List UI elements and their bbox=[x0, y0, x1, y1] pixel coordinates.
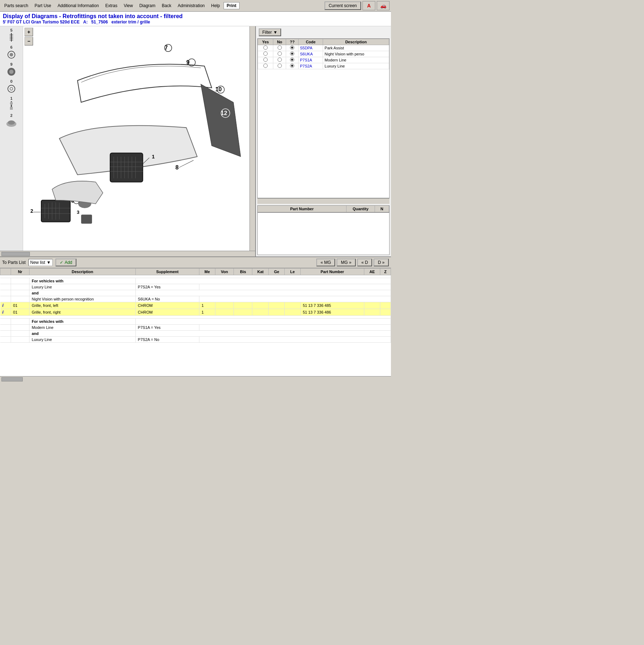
filter-yes-3[interactable] bbox=[258, 63, 273, 69]
menu-extras[interactable]: Extras bbox=[102, 2, 120, 9]
mg-next-button[interactable]: MG » bbox=[337, 259, 355, 266]
mg-prev-button[interactable]: « MG bbox=[316, 259, 335, 266]
table-row: For vehicles with bbox=[0, 319, 391, 325]
filter-yes-1[interactable] bbox=[258, 51, 273, 57]
filter-hscrollbar[interactable] bbox=[257, 198, 390, 204]
filter-qq-1[interactable] bbox=[286, 51, 299, 57]
filter-yes-2[interactable] bbox=[258, 57, 273, 63]
radio-yes-1[interactable] bbox=[263, 52, 268, 56]
new-list-label: New list bbox=[30, 260, 45, 265]
svg-point-7 bbox=[10, 53, 13, 56]
parts-section: Nr Description Supplement Me Von Bis Kat… bbox=[0, 268, 391, 382]
svg-text:2: 2 bbox=[30, 208, 33, 214]
supp-grille-right: CHROM bbox=[135, 309, 199, 316]
col-description: Description bbox=[29, 269, 136, 275]
col-no: No bbox=[273, 39, 286, 45]
svg-point-11 bbox=[10, 87, 13, 90]
menu-items: Parts search Part Use Additional Informa… bbox=[1, 2, 240, 9]
d-prev-button[interactable]: « D bbox=[357, 259, 372, 266]
radio-qq-3[interactable] bbox=[290, 64, 294, 68]
icon-btn-2[interactable]: 🚗 bbox=[377, 1, 390, 10]
page-header: Display of Diagrams - Retrofittings not … bbox=[0, 12, 391, 26]
filter-no-1[interactable] bbox=[273, 51, 286, 57]
new-list-dropdown[interactable]: New list ▼ bbox=[28, 259, 53, 266]
part-thumb-2[interactable]: 2 bbox=[2, 113, 20, 127]
radio-yes-3[interactable] bbox=[263, 64, 268, 68]
menu-part-use[interactable]: Part Use bbox=[32, 2, 54, 9]
part-thumb-1[interactable]: 1 bbox=[2, 96, 20, 110]
filter-no-0[interactable] bbox=[273, 45, 286, 51]
filter-qq-2[interactable] bbox=[286, 57, 299, 63]
col-code: Code bbox=[298, 39, 323, 45]
table-row: and bbox=[0, 331, 391, 337]
thumb-icon-0 bbox=[4, 83, 18, 93]
radio-no-3[interactable] bbox=[278, 64, 282, 68]
menu-right: Current screen A 🚗 bbox=[324, 1, 390, 10]
zoom-out-button[interactable]: − bbox=[25, 37, 33, 45]
add-button[interactable]: ✓ Add bbox=[55, 259, 76, 266]
luxury-line-cell: Luxury Line bbox=[29, 284, 136, 290]
parts-table-hscrollbar[interactable] bbox=[0, 376, 391, 382]
bottom-toolbar: To Parts List New list ▼ ✓ Add « MG MG »… bbox=[0, 257, 391, 268]
filter-yes-0[interactable] bbox=[258, 45, 273, 51]
nr-grille-left: 01 bbox=[11, 302, 29, 309]
table-row: Night Vision with person recognition S6U… bbox=[0, 296, 391, 302]
table-row: Luxury Line P7S2A = Yes bbox=[0, 284, 391, 290]
radio-no-0[interactable] bbox=[278, 45, 282, 50]
filter-no-3[interactable] bbox=[273, 63, 286, 69]
diagram-hscrollbar[interactable] bbox=[0, 251, 255, 256]
add-checkmark-icon: ✓ bbox=[60, 260, 63, 265]
menu-administration[interactable]: Administration bbox=[175, 2, 208, 9]
filter-code-0: S5DPA bbox=[298, 45, 323, 51]
filter-row-2: P7S1A Modern Line bbox=[258, 57, 389, 63]
radio-yes-2[interactable] bbox=[263, 58, 268, 62]
menu-view[interactable]: View bbox=[121, 2, 136, 9]
col-von: Von bbox=[215, 269, 234, 275]
part-thumb-9[interactable]: 9 bbox=[2, 62, 20, 76]
radio-qq-2[interactable] bbox=[290, 58, 294, 62]
menu-parts-search[interactable]: Parts search bbox=[1, 2, 31, 9]
table-header-row: Nr Description Supplement Me Von Bis Kat… bbox=[0, 269, 391, 275]
thumb-label-5: 5 bbox=[10, 28, 12, 32]
filter-qq-0[interactable] bbox=[286, 45, 299, 51]
car-diagram-svg: 7 9 10 12 bbox=[23, 26, 255, 251]
table-row: and bbox=[0, 290, 391, 296]
table-row bbox=[0, 275, 391, 278]
filter-desc-0: Park Assist bbox=[323, 45, 389, 51]
icon-car: 🚗 bbox=[380, 3, 386, 9]
menu-back[interactable]: Back bbox=[159, 2, 174, 9]
filter-qq-3[interactable] bbox=[286, 63, 299, 69]
menu-help[interactable]: Help bbox=[208, 2, 223, 9]
thumb-icon-6 bbox=[4, 49, 18, 59]
current-screen-button[interactable]: Current screen bbox=[324, 1, 361, 10]
parts-list-body bbox=[257, 212, 390, 255]
filter-button[interactable]: Filter ▼ bbox=[259, 28, 281, 36]
icon-btn-1[interactable]: A bbox=[363, 1, 375, 10]
icon-a: A bbox=[367, 3, 371, 9]
and-cell: and bbox=[29, 290, 136, 296]
part-thumb-5[interactable]: 5 bbox=[2, 28, 20, 42]
menu-additional-info[interactable]: Additional Information bbox=[55, 2, 102, 9]
part-thumb-0[interactable]: 0 bbox=[2, 79, 20, 93]
radio-no-1[interactable] bbox=[278, 52, 282, 56]
menu-print[interactable]: Print bbox=[224, 2, 240, 9]
group-header-cell: For vehicles with bbox=[29, 278, 136, 284]
zoom-in-button[interactable]: + bbox=[25, 28, 33, 36]
diagram-zoom-controls: + − bbox=[25, 28, 33, 45]
radio-qq-0[interactable] bbox=[290, 45, 294, 50]
d-next-button[interactable]: D » bbox=[374, 259, 389, 266]
svg-text:8: 8 bbox=[176, 164, 179, 170]
menu-diagram[interactable]: Diagram bbox=[136, 2, 158, 9]
diagram-vscrollbar[interactable] bbox=[249, 26, 255, 251]
radio-qq-1[interactable] bbox=[290, 52, 294, 56]
radio-no-2[interactable] bbox=[278, 58, 282, 62]
thumb-label-9: 9 bbox=[10, 62, 12, 66]
svg-point-13 bbox=[10, 102, 13, 105]
thumb-label-0: 0 bbox=[10, 79, 12, 83]
parts-table-container[interactable]: Nr Description Supplement Me Von Bis Kat… bbox=[0, 268, 391, 376]
filter-no-2[interactable] bbox=[273, 57, 286, 63]
part-thumb-6[interactable]: 6 bbox=[2, 45, 20, 59]
header-description: exterior trim / grille bbox=[111, 20, 150, 25]
night-vision-cell: Night Vision with person recognition bbox=[29, 296, 136, 302]
radio-yes-0[interactable] bbox=[263, 45, 268, 50]
